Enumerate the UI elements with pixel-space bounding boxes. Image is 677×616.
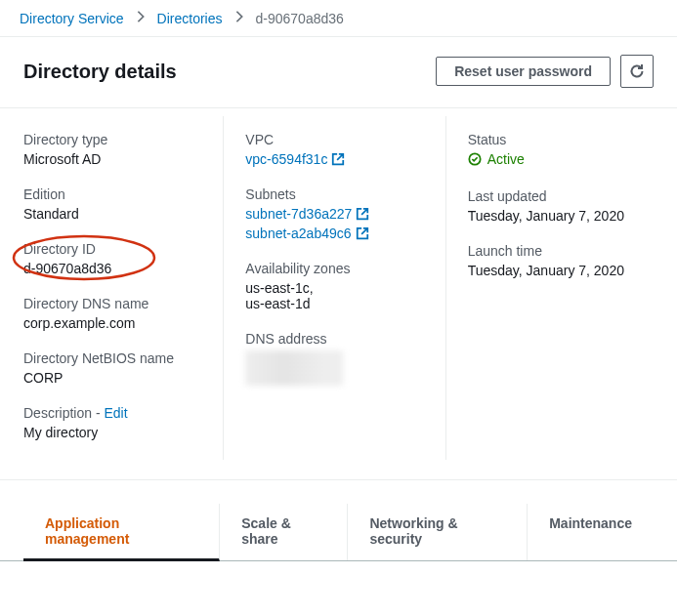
column-network: VPC vpc-6594f31c Subnets subnet-7d36a227… bbox=[223, 116, 431, 460]
page-title: Directory details bbox=[23, 61, 177, 83]
directory-dns-value: corp.example.com bbox=[23, 315, 209, 331]
tab-application-management[interactable]: Application management bbox=[23, 504, 220, 561]
tab-maintenance[interactable]: Maintenance bbox=[528, 504, 654, 560]
netbios-value: CORP bbox=[23, 370, 209, 386]
header-actions: Reset user password bbox=[436, 55, 654, 88]
subnets-label: Subnets bbox=[245, 186, 431, 202]
vpc-link[interactable]: vpc-6594f31c bbox=[245, 151, 327, 167]
launch-time-label: Launch time bbox=[468, 243, 654, 259]
last-updated-label: Last updated bbox=[468, 188, 654, 204]
refresh-icon bbox=[629, 63, 645, 79]
breadcrumb-current: d-90670a8d36 bbox=[256, 11, 344, 26]
refresh-button[interactable] bbox=[620, 55, 654, 88]
details-columns: Directory type Microsoft AD Edition Stan… bbox=[0, 108, 677, 480]
az-label: Availability zones bbox=[245, 261, 431, 276]
dns-address-label: DNS address bbox=[245, 331, 431, 347]
vpc-label: VPC bbox=[245, 132, 431, 147]
status-value: Active bbox=[468, 151, 525, 167]
directory-type-label: Directory type bbox=[23, 132, 209, 147]
netbios-label: Directory NetBIOS name bbox=[23, 350, 209, 366]
az-value: us-east-1c, us-east-1d bbox=[245, 280, 431, 311]
redacted-value bbox=[245, 350, 343, 386]
chevron-right-icon bbox=[233, 10, 246, 26]
tabs: Application management Scale & share Net… bbox=[0, 504, 677, 561]
directory-id-value: d-90670a8d36 bbox=[23, 261, 209, 276]
column-directory: Directory type Microsoft AD Edition Stan… bbox=[23, 116, 209, 460]
check-circle-icon bbox=[468, 152, 482, 166]
status-label: Status bbox=[468, 132, 654, 147]
breadcrumb-root[interactable]: Directory Service bbox=[20, 11, 124, 26]
tab-networking-security[interactable]: Networking & security bbox=[348, 504, 528, 560]
chevron-right-icon bbox=[134, 10, 148, 26]
tab-scale-share[interactable]: Scale & share bbox=[220, 504, 348, 560]
description-label-text: Description - bbox=[23, 405, 104, 421]
external-link-icon bbox=[356, 207, 369, 221]
breadcrumb-parent[interactable]: Directories bbox=[157, 11, 223, 26]
reset-password-button[interactable]: Reset user password bbox=[436, 57, 611, 86]
edition-value: Standard bbox=[23, 206, 209, 222]
subnet1-link[interactable]: subnet-7d36a227 bbox=[245, 206, 352, 222]
breadcrumb: Directory Service Directories d-90670a8d… bbox=[0, 0, 677, 37]
description-value: My directory bbox=[23, 425, 209, 440]
directory-dns-label: Directory DNS name bbox=[23, 296, 209, 311]
external-link-icon bbox=[356, 226, 369, 240]
edit-description-link[interactable]: Edit bbox=[104, 405, 127, 421]
subnet2-link[interactable]: subnet-a2ab49c6 bbox=[245, 226, 351, 241]
page-header: Directory details Reset user password bbox=[0, 37, 677, 108]
edition-label: Edition bbox=[23, 186, 209, 202]
external-link-icon bbox=[331, 152, 345, 166]
launch-time-value: Tuesday, January 7, 2020 bbox=[468, 263, 654, 278]
column-status: Status Active Last updated Tuesday, Janu… bbox=[445, 116, 654, 460]
dns-address-value bbox=[245, 350, 431, 389]
directory-type-value: Microsoft AD bbox=[23, 151, 209, 167]
description-label: Description - Edit bbox=[23, 405, 209, 421]
last-updated-value: Tuesday, January 7, 2020 bbox=[468, 208, 654, 224]
status-text: Active bbox=[487, 151, 525, 167]
directory-id-label: Directory ID bbox=[23, 241, 209, 257]
